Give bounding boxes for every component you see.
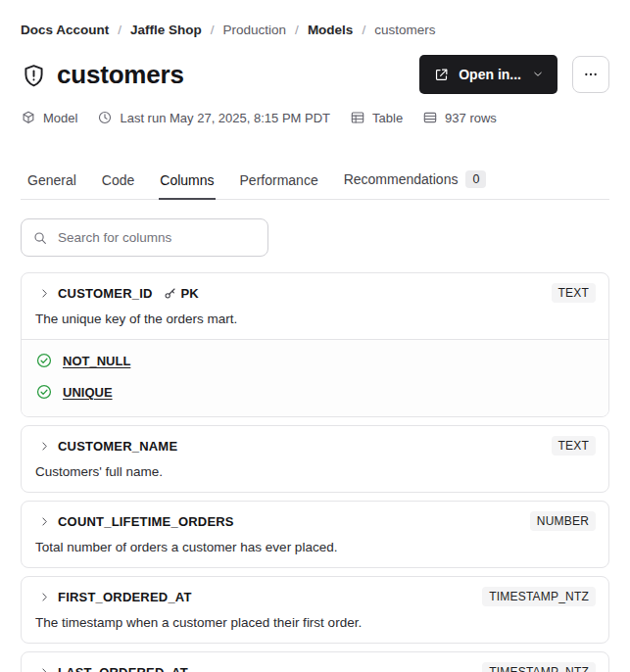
column-card: COUNT_LIFETIME_ORDERS NUMBER Total numbe… — [21, 501, 609, 568]
pk-label: PK — [181, 286, 199, 301]
meta-item: Table — [350, 110, 403, 125]
meta-label: Model — [43, 111, 77, 125]
column-card: FIRST_ORDERED_AT TIMESTAMP_NTZ The times… — [21, 576, 609, 644]
column-type-badge: TEXT — [552, 436, 596, 456]
test-link-not_null[interactable]: NOT_NULL — [63, 354, 130, 368]
more-options-button[interactable] — [572, 56, 609, 93]
ellipsis-icon — [583, 67, 599, 82]
column-card-main: CUSTOMER_NAME TEXT Customers' full name. — [22, 426, 608, 492]
meta-item: Last run May 27, 2025, 8:15 PM PDT — [97, 110, 330, 125]
test-row: UNIQUE — [35, 383, 595, 401]
column-name: FIRST_ORDERED_AT — [58, 590, 192, 604]
column-description: The unique key of the orders mart. — [34, 312, 596, 326]
search-box[interactable] — [21, 218, 268, 257]
meta-item: Model — [21, 110, 77, 125]
breadcrumb-separator: / — [211, 23, 215, 37]
column-tests: NOT_NULLUNIQUE — [22, 339, 608, 416]
meta-label: Last run May 27, 2025, 8:15 PM PDT — [120, 111, 330, 125]
tab-count-badge: 0 — [465, 170, 486, 188]
column-description: The timestamp when a customer placed the… — [34, 615, 596, 630]
chevron-right-icon[interactable] — [38, 440, 51, 453]
breadcrumb-separator: / — [295, 23, 299, 37]
page-header: customers Open in... — [21, 55, 609, 94]
meta-label: Table — [372, 111, 403, 125]
column-header[interactable]: FIRST_ORDERED_AT TIMESTAMP_NTZ — [34, 587, 596, 606]
check-circle-icon — [35, 383, 53, 401]
tab-columns[interactable]: Columns — [159, 172, 215, 200]
test-row: NOT_NULL — [35, 352, 595, 369]
cube-icon — [21, 110, 36, 125]
chevron-right-icon[interactable] — [38, 666, 51, 672]
model-page: Docs Account/Jaffle Shop/Production/Mode… — [0, 23, 630, 672]
column-card-main: FIRST_ORDERED_AT TIMESTAMP_NTZ The times… — [22, 577, 608, 643]
tab-performance[interactable]: Performance — [239, 172, 319, 200]
column-type-badge: TEXT — [552, 283, 596, 303]
column-card: CUSTOMER_ID PK TEXT The unique key of th… — [21, 272, 609, 417]
tab-bar: GeneralCodeColumnsPerformanceRecommendat… — [21, 170, 609, 200]
tab-recommendations[interactable]: Recommendations0 — [343, 170, 488, 200]
column-name: CUSTOMER_NAME — [58, 439, 177, 454]
column-type-badge: TIMESTAMP_NTZ — [482, 662, 596, 672]
tab-label: Recommendations — [344, 171, 459, 187]
open-in-button[interactable]: Open in... — [419, 55, 557, 94]
column-description: Total number of orders a customer has ev… — [34, 540, 596, 554]
tab-general[interactable]: General — [26, 172, 77, 200]
table-icon — [350, 110, 365, 125]
meta-item: 937 rows — [422, 110, 497, 125]
search-icon — [32, 230, 48, 246]
breadcrumb-item-production[interactable]: Production — [223, 23, 287, 37]
column-header[interactable]: CUSTOMER_NAME TEXT — [34, 436, 596, 456]
clock-icon — [97, 110, 113, 125]
chevron-right-icon[interactable] — [38, 515, 51, 528]
open-in-label: Open in... — [459, 67, 521, 82]
check-circle-icon — [35, 352, 53, 369]
column-card-main: COUNT_LIFETIME_ORDERS NUMBER Total numbe… — [22, 502, 608, 567]
breadcrumb-item-docs-account[interactable]: Docs Account — [21, 23, 109, 37]
chevron-down-icon — [532, 69, 544, 80]
chevron-right-icon[interactable] — [38, 591, 51, 603]
breadcrumb-item-jaffle-shop[interactable]: Jaffle Shop — [130, 23, 202, 37]
shield-alert-icon — [21, 63, 47, 89]
columns-list: CUSTOMER_ID PK TEXT The unique key of th… — [21, 272, 609, 672]
meta-label: 937 rows — [445, 111, 497, 125]
tab-label: Performance — [240, 172, 318, 188]
column-card: LAST_ORDERED_AT TIMESTAMP_NTZ The timest… — [21, 651, 609, 672]
column-name: LAST_ORDERED_AT — [58, 665, 188, 672]
tab-label: Code — [102, 172, 134, 188]
column-card-main: CUSTOMER_ID PK TEXT The unique key of th… — [22, 273, 608, 339]
column-name: COUNT_LIFETIME_ORDERS — [58, 514, 234, 529]
column-header[interactable]: COUNT_LIFETIME_ORDERS NUMBER — [34, 511, 596, 531]
column-header[interactable]: CUSTOMER_ID PK TEXT — [34, 283, 596, 303]
breadcrumb-item-models[interactable]: Models — [308, 23, 354, 37]
column-description: Customers' full name. — [34, 464, 596, 479]
key-icon — [163, 286, 177, 301]
tab-label: General — [27, 172, 76, 188]
column-name: CUSTOMER_ID — [58, 286, 153, 301]
database-icon — [422, 110, 438, 125]
breadcrumb-item-customers[interactable]: customers — [374, 23, 435, 37]
column-card-main: LAST_ORDERED_AT TIMESTAMP_NTZ The timest… — [22, 652, 608, 672]
tab-code[interactable]: Code — [101, 172, 135, 200]
column-card: CUSTOMER_NAME TEXT Customers' full name. — [21, 425, 609, 493]
breadcrumb-separator: / — [118, 23, 121, 37]
column-header[interactable]: LAST_ORDERED_AT TIMESTAMP_NTZ — [34, 662, 596, 672]
search-input[interactable] — [58, 230, 257, 245]
test-link-unique[interactable]: UNIQUE — [63, 385, 113, 400]
page-title: customers — [57, 60, 184, 90]
primary-key-indicator: PK — [163, 286, 199, 301]
external-link-icon — [433, 67, 450, 83]
column-type-badge: TIMESTAMP_NTZ — [482, 587, 596, 606]
breadcrumb: Docs Account/Jaffle Shop/Production/Mode… — [21, 23, 609, 37]
metadata-row: ModelLast run May 27, 2025, 8:15 PM PDTT… — [21, 110, 609, 125]
tab-label: Columns — [160, 172, 214, 188]
breadcrumb-separator: / — [362, 23, 365, 37]
chevron-right-icon[interactable] — [38, 287, 51, 300]
column-type-badge: NUMBER — [530, 511, 596, 531]
